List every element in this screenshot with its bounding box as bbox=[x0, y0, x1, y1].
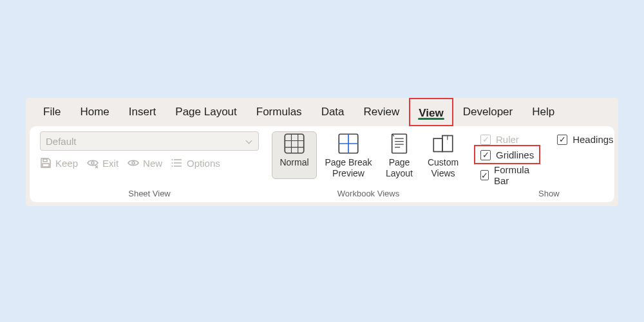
ribbon-body: Default Keep bbox=[30, 126, 614, 202]
checkbox-gridlines-label: Gridlines bbox=[496, 149, 534, 160]
group-sheet-view: Default Keep bbox=[36, 131, 263, 200]
sheet-view-keep-button[interactable]: Keep bbox=[40, 157, 78, 169]
tab-view[interactable]: View bbox=[409, 98, 453, 126]
svg-rect-7 bbox=[285, 134, 303, 153]
checkbox-ruler-label: Ruler bbox=[496, 134, 519, 145]
svg-point-4 bbox=[172, 159, 173, 160]
svg-point-3 bbox=[132, 162, 135, 164]
group-show-label: Show bbox=[478, 186, 620, 200]
group-workbook-views: Normal Page Break Preview Page bbox=[268, 131, 469, 200]
custom-views-icon bbox=[432, 133, 454, 155]
svg-point-2 bbox=[91, 162, 94, 164]
svg-rect-1 bbox=[43, 164, 49, 167]
chevron-down-icon bbox=[245, 137, 253, 145]
view-page-layout-label-1: Page bbox=[389, 157, 410, 168]
eye-plus-icon bbox=[128, 157, 139, 169]
svg-rect-10 bbox=[433, 138, 442, 151]
group-show: ✓ Ruler ✓ Gridlines ✓ Formula Bar bbox=[474, 131, 624, 200]
tab-review[interactable]: Review bbox=[354, 98, 410, 126]
tab-developer[interactable]: Developer bbox=[453, 98, 523, 126]
eye-x-icon bbox=[87, 157, 99, 169]
sheet-view-new-label: New bbox=[143, 158, 162, 169]
view-page-layout-label-2: Layout bbox=[386, 168, 413, 179]
highlight-gridlines: ✓ Gridlines bbox=[474, 145, 540, 164]
ribbon-tabs: File Home Insert Page Layout Formulas Da… bbox=[26, 98, 618, 126]
tab-help[interactable]: Help bbox=[522, 98, 564, 126]
tab-data[interactable]: Data bbox=[312, 98, 354, 126]
checkbox-headings-label: Headings bbox=[573, 134, 613, 145]
tab-page-layout[interactable]: Page Layout bbox=[166, 98, 246, 126]
tab-home[interactable]: Home bbox=[70, 98, 118, 126]
checkbox-formula-bar[interactable]: ✓ Formula Bar bbox=[480, 164, 534, 186]
view-normal-button[interactable]: Normal bbox=[272, 131, 317, 179]
sheet-view-options-label: Options bbox=[187, 158, 220, 169]
checkbox-icon: ✓ bbox=[557, 135, 567, 145]
svg-rect-0 bbox=[43, 159, 47, 162]
checkbox-headings[interactable]: ✓ Headings bbox=[557, 134, 613, 145]
sheet-view-exit-label: Exit bbox=[102, 158, 118, 169]
checkbox-icon: ✓ bbox=[480, 170, 489, 180]
sheet-view-selector-value: Default bbox=[46, 136, 77, 147]
view-page-layout-button[interactable]: Page Layout bbox=[380, 131, 419, 179]
checkbox-ruler: ✓ Ruler bbox=[480, 134, 534, 145]
view-custom-label-1: Custom bbox=[428, 157, 459, 168]
sheet-view-new-button[interactable]: New bbox=[128, 157, 162, 169]
checkbox-icon: ✓ bbox=[480, 150, 491, 160]
group-sheet-view-label: Sheet View bbox=[40, 186, 259, 200]
checkbox-gridlines[interactable]: ✓ Gridlines bbox=[480, 149, 534, 160]
svg-rect-9 bbox=[392, 134, 407, 153]
list-icon bbox=[171, 157, 183, 169]
view-page-break-button[interactable]: Page Break Preview bbox=[319, 131, 377, 179]
grid-icon bbox=[283, 133, 305, 155]
page-break-icon bbox=[337, 133, 359, 155]
tab-formulas[interactable]: Formulas bbox=[247, 98, 312, 126]
tab-insert[interactable]: Insert bbox=[119, 98, 166, 126]
save-disk-icon bbox=[40, 157, 52, 169]
page-layout-icon bbox=[388, 133, 410, 155]
group-workbook-views-label: Workbook Views bbox=[272, 186, 465, 200]
view-custom-label-2: Views bbox=[431, 168, 455, 179]
sheet-view-keep-label: Keep bbox=[55, 158, 78, 169]
sheet-view-exit-button[interactable]: Exit bbox=[87, 157, 118, 169]
tab-file[interactable]: File bbox=[33, 98, 70, 126]
view-normal-label: Normal bbox=[279, 157, 308, 168]
view-custom-button[interactable]: Custom Views bbox=[421, 131, 465, 179]
sheet-view-selector[interactable]: Default bbox=[40, 131, 259, 151]
checkbox-formula-bar-label: Formula Bar bbox=[494, 164, 534, 186]
svg-point-5 bbox=[172, 162, 173, 164]
view-page-break-label-1: Page Break bbox=[325, 157, 372, 168]
ribbon: File Home Insert Page Layout Formulas Da… bbox=[26, 98, 618, 206]
svg-point-6 bbox=[172, 166, 173, 167]
view-page-break-label-2: Preview bbox=[332, 168, 365, 179]
sheet-view-options-button[interactable]: Options bbox=[171, 157, 220, 169]
checkbox-icon: ✓ bbox=[480, 135, 491, 145]
